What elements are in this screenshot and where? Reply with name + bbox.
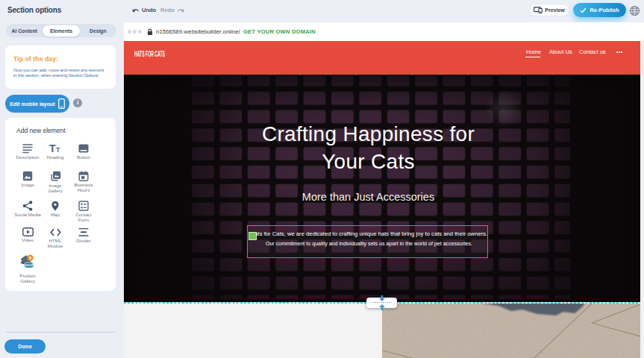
svg-text:SHOP: SHOP (24, 263, 34, 267)
svg-text:T: T (49, 143, 56, 154)
svg-text:T: T (56, 146, 60, 154)
